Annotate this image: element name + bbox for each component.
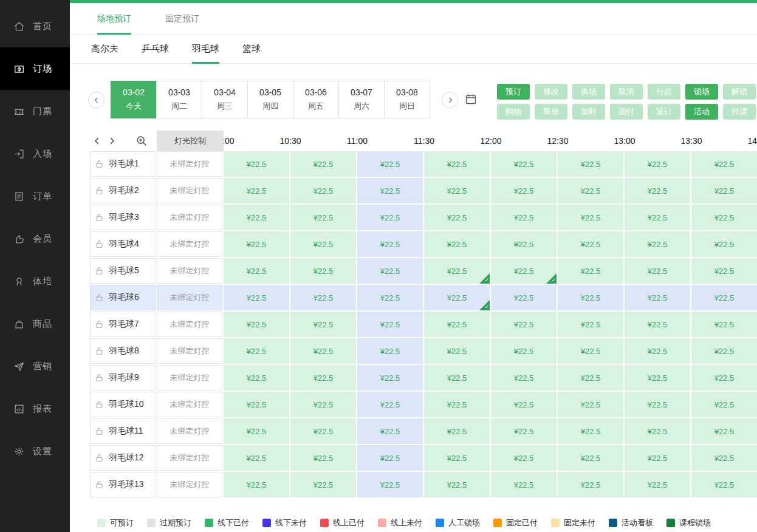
slot-cell[interactable]: ¥22.5 [558, 258, 623, 284]
slot-cell[interactable]: ¥22.5 [558, 205, 623, 230]
slot-cell[interactable]: ¥22.5 [357, 178, 423, 203]
action-button-团付[interactable]: 团付 [610, 104, 643, 120]
sidebar-item-training[interactable]: 体培 [0, 260, 70, 302]
slot-cell[interactable]: ¥22.5✓ [424, 285, 490, 310]
date-next-button[interactable] [442, 92, 458, 108]
slot-cell[interactable]: ¥22.5 [625, 418, 690, 444]
slot-cell[interactable]: ¥22.5 [224, 258, 289, 284]
slot-cell[interactable]: ¥22.5 [357, 258, 423, 284]
slot-cell[interactable]: ¥22.5 [691, 365, 757, 390]
slot-cell[interactable]: ¥22.5 [558, 365, 623, 390]
slot-cell[interactable]: ¥22.5 [625, 472, 690, 497]
slot-cell[interactable]: ¥22.5 [558, 445, 623, 471]
date-card-03-03[interactable]: 03-03周二 [156, 81, 202, 118]
slot-cell[interactable]: ¥22.5 [290, 205, 356, 230]
slot-cell[interactable]: ¥22.5 [691, 231, 757, 257]
slot-cell[interactable]: ¥22.5 [224, 418, 289, 444]
action-button-购物[interactable]: 购物 [497, 104, 530, 120]
slot-cell[interactable]: ¥22.5 [491, 205, 557, 230]
slot-cell[interactable]: ¥22.5 [558, 418, 623, 444]
slot-cell[interactable]: ¥22.5 [224, 231, 289, 257]
slot-cell[interactable]: ¥22.5 [224, 445, 289, 471]
light-control-cell[interactable]: 未绑定灯控 [157, 258, 222, 284]
slot-cell[interactable]: ¥22.5 [625, 365, 690, 390]
light-control-cell[interactable]: 未绑定灯控 [157, 231, 222, 257]
light-control-cell[interactable]: 未绑定灯控 [157, 445, 222, 471]
date-card-03-06[interactable]: 03-06周五 [293, 81, 339, 118]
light-control-cell[interactable]: 未绑定灯控 [157, 312, 222, 337]
slot-cell[interactable]: ¥22.5 [558, 285, 623, 310]
slot-cell[interactable]: ¥22.5 [625, 258, 690, 284]
light-control-cell[interactable]: 未绑定灯控 [157, 151, 222, 177]
scroll-right-button[interactable] [104, 134, 119, 148]
action-button-活动[interactable]: 活动 [685, 104, 718, 120]
slot-cell[interactable]: ¥22.5 [424, 392, 490, 417]
slot-cell[interactable]: ¥22.5 [290, 151, 356, 177]
slot-cell[interactable]: ¥22.5 [224, 472, 289, 497]
sidebar-item-goods[interactable]: 商品 [0, 302, 70, 345]
slot-cell[interactable]: ¥22.5 [691, 151, 757, 177]
sidebar-item-ticket[interactable]: 门票 [0, 90, 70, 132]
light-control-cell[interactable]: 未绑定灯控 [157, 472, 222, 497]
action-button-付款[interactable]: 付款 [648, 84, 680, 100]
slot-cell[interactable]: ¥22.5 [357, 392, 423, 417]
action-button-修改[interactable]: 修改 [535, 84, 567, 100]
calendar-icon[interactable] [465, 93, 477, 105]
slot-cell[interactable]: ¥22.5 [224, 365, 289, 390]
date-card-03-05[interactable]: 03-05周四 [247, 81, 293, 118]
slot-cell[interactable]: ¥22.5 [357, 151, 423, 177]
slot-cell[interactable]: ¥22.5 [558, 472, 623, 497]
slot-cell[interactable]: ¥22.5 [357, 285, 423, 310]
slot-cell[interactable]: ¥22.5 [357, 418, 423, 444]
action-button-退订[interactable]: 退订 [648, 104, 680, 120]
slot-cell[interactable]: ¥22.5 [424, 205, 490, 230]
slot-cell[interactable]: ¥22.5 [290, 418, 356, 444]
slot-cell[interactable]: ¥22.5 [357, 338, 423, 364]
action-button-排课[interactable]: 排课 [723, 104, 756, 120]
slot-cell[interactable]: ¥22.5 [424, 231, 490, 257]
slot-cell[interactable]: ¥22.5 [357, 205, 423, 230]
slot-cell[interactable]: ¥22.5✓ [491, 258, 557, 284]
slot-cell[interactable]: ¥22.5 [691, 205, 757, 230]
slot-cell[interactable]: ¥22.5 [491, 231, 557, 257]
slot-cell[interactable]: ¥22.5 [491, 418, 557, 444]
light-control-cell[interactable]: 未绑定灯控 [157, 285, 222, 310]
slot-cell[interactable]: ¥22.5 [691, 258, 757, 284]
slot-cell[interactable]: ¥22.5 [357, 231, 423, 257]
slot-cell[interactable]: ¥22.5 [424, 178, 490, 203]
slot-cell[interactable]: ¥22.5 [224, 392, 289, 417]
slot-cell[interactable]: ¥22.5 [424, 418, 490, 444]
light-control-cell[interactable]: 未绑定灯控 [157, 365, 222, 390]
slot-cell[interactable]: ¥22.5 [224, 312, 289, 337]
light-control-cell[interactable]: 未绑定灯控 [157, 178, 222, 203]
light-control-cell[interactable]: 未绑定灯控 [157, 392, 222, 417]
slot-cell[interactable]: ¥22.5 [290, 445, 356, 471]
slot-cell[interactable]: ¥22.5 [691, 285, 757, 310]
action-button-预订[interactable]: 预订 [497, 84, 530, 100]
slot-cell[interactable]: ¥22.5 [357, 472, 423, 497]
sidebar-item-booking[interactable]: 订场 [0, 47, 70, 90]
slot-cell[interactable]: ¥22.5 [290, 285, 356, 310]
slot-cell[interactable]: ¥22.5 [625, 445, 690, 471]
date-card-03-08[interactable]: 03-08周日 [384, 81, 430, 118]
action-button-锁场[interactable]: 锁场 [685, 84, 718, 100]
date-card-03-07[interactable]: 03-07周六 [338, 81, 385, 118]
tab-固定预订[interactable]: 固定预订 [165, 3, 199, 34]
light-control-cell[interactable]: 未绑定灯控 [157, 418, 222, 444]
slot-cell[interactable]: ¥22.5 [558, 178, 623, 203]
slot-cell[interactable]: ¥22.5 [558, 338, 623, 364]
sidebar-item-report[interactable]: 报表 [0, 387, 70, 430]
slot-cell[interactable]: ¥22.5 [290, 312, 356, 337]
slot-cell[interactable]: ¥22.5 [424, 365, 490, 390]
slot-cell[interactable]: ¥22.5 [491, 312, 557, 337]
slot-cell[interactable]: ¥22.5 [625, 178, 690, 203]
slot-cell[interactable]: ¥22.5 [290, 178, 356, 203]
slot-cell[interactable]: ¥22.5 [691, 472, 757, 497]
slot-cell[interactable]: ¥22.5 [625, 312, 690, 337]
slot-cell[interactable]: ¥22.5 [290, 338, 356, 364]
slot-cell[interactable]: ¥22.5 [691, 312, 757, 337]
slot-cell[interactable]: ¥22.5 [625, 231, 690, 257]
slot-cell[interactable]: ¥22.5 [424, 151, 490, 177]
slot-cell[interactable]: ¥22.5 [224, 285, 289, 310]
light-control-header[interactable]: 灯光控制 [157, 131, 224, 151]
